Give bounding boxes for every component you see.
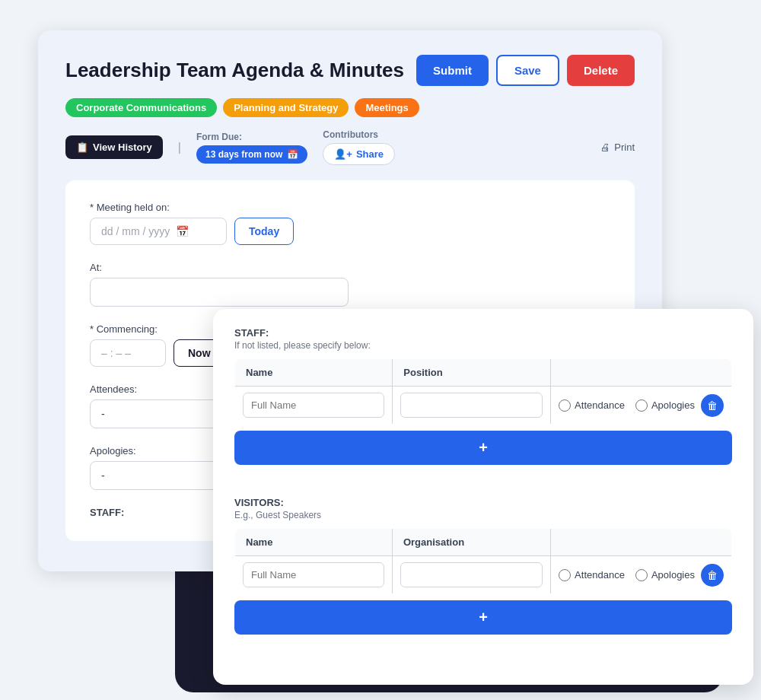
share-button[interactable]: 👤+ Share <box>323 143 395 165</box>
form-due-label: Form Due: <box>196 132 307 142</box>
tag-corporate-communications[interactable]: Corporate Communications <box>65 98 217 117</box>
visitor-attendance-radio[interactable] <box>559 569 571 581</box>
staff-col-actions <box>551 359 732 387</box>
staff-col-name: Name <box>235 359 393 387</box>
tag-meetings[interactable]: Meetings <box>355 98 419 117</box>
staff-table-subtitle: If not listed, please specify below: <box>234 340 732 351</box>
table-row: Attendance Apologies 🗑 <box>235 556 732 594</box>
at-label: At: <box>90 262 610 273</box>
visitor-radio-group: Attendance Apologies <box>559 569 695 581</box>
view-history-button[interactable]: 📋 View History <box>65 135 163 159</box>
meeting-held-input-row: dd / mm / yyyy 📅 Today <box>90 218 610 245</box>
visitors-table-group: VISITORS: E.g., Guest Speakers Name Orga… <box>234 497 732 650</box>
visitors-col-org: Organisation <box>392 529 550 556</box>
visitor-apologies-label[interactable]: Apologies <box>635 569 695 581</box>
visitor-delete-row-button[interactable]: 🗑 <box>701 564 724 587</box>
person-add-icon: 👤+ <box>334 148 352 160</box>
calendar-icon-small: 📅 <box>176 225 189 237</box>
submit-button[interactable]: Submit <box>416 55 489 86</box>
at-input[interactable] <box>90 278 349 307</box>
visitors-col-actions <box>551 529 732 556</box>
visitors-add-row-button[interactable]: + <box>234 600 732 635</box>
save-button[interactable]: Save <box>496 55 559 86</box>
visitor-org-input[interactable] <box>400 562 543 587</box>
header: Leadership Team Agenda & Minutes Submit … <box>65 55 635 86</box>
staff-position-cell <box>393 387 551 425</box>
visitors-col-name: Name <box>235 529 393 556</box>
at-field-group: At: <box>90 262 610 307</box>
clipboard-icon: 📋 <box>76 142 88 153</box>
staff-action-cell: Attendance Apologies 🗑 <box>551 387 732 425</box>
calendar-icon: 📅 <box>287 149 298 160</box>
staff-apologies-radio[interactable] <box>635 399 648 412</box>
date-input[interactable]: dd / mm / yyyy 📅 <box>90 218 227 245</box>
visitor-name-cell <box>235 556 393 594</box>
staff-position-input[interactable] <box>400 393 543 418</box>
contributors-section: Contributors 👤+ Share <box>323 129 395 165</box>
visitor-attendance-label[interactable]: Attendance <box>559 569 625 581</box>
staff-table-group: STAFF: If not listed, please specify bel… <box>234 327 732 480</box>
staff-delete-row-button[interactable]: 🗑 <box>701 394 724 417</box>
visitor-name-input[interactable] <box>243 562 384 587</box>
staff-attendance-label[interactable]: Attendance <box>559 399 625 412</box>
tags-row: Corporate Communications Planning and St… <box>65 98 635 117</box>
page-title: Leadership Team Agenda & Minutes <box>65 59 404 82</box>
staff-name-input[interactable] <box>243 393 384 418</box>
due-badge[interactable]: 13 days from now 📅 <box>196 145 307 164</box>
visitor-apologies-radio[interactable] <box>635 569 648 581</box>
staff-radio-group: Attendance Apologies <box>559 399 695 412</box>
page-wrapper: Leadership Team Agenda & Minutes Submit … <box>15 15 746 700</box>
form-due-section: Form Due: 13 days from now 📅 <box>196 132 307 164</box>
tag-planning-strategy[interactable]: Planning and Strategy <box>223 98 349 117</box>
staff-table: Name Position <box>234 358 732 425</box>
delete-button[interactable]: Delete <box>567 55 635 86</box>
meeting-held-label: * Meeting held on: <box>90 202 610 213</box>
print-button[interactable]: 🖨 Print <box>600 142 635 153</box>
staff-table-title: STAFF: <box>234 327 732 339</box>
staff-col-position: Position <box>393 359 551 387</box>
meeting-held-group: * Meeting held on: dd / mm / yyyy 📅 Toda… <box>90 202 610 245</box>
time-input[interactable]: – : – – <box>90 339 166 367</box>
overlap-panel: STAFF: If not listed, please specify bel… <box>213 309 753 685</box>
table-row: Attendance Apologies 🗑 <box>235 387 732 425</box>
visitors-table-subtitle: E.g., Guest Speakers <box>234 510 732 520</box>
visitors-table: Name Organisation <box>234 528 732 594</box>
contributors-label: Contributors <box>323 129 395 140</box>
visitor-action-cell: Attendance Apologies 🗑 <box>551 556 732 594</box>
print-icon: 🖨 <box>600 142 610 153</box>
today-button[interactable]: Today <box>234 218 294 245</box>
header-buttons: Submit Save Delete <box>416 55 635 86</box>
staff-name-cell <box>235 387 393 425</box>
staff-add-row-button[interactable]: + <box>234 431 732 465</box>
staff-apologies-label[interactable]: Apologies <box>635 399 695 412</box>
toolbar-separator: | <box>178 141 181 154</box>
visitor-org-cell <box>392 556 550 594</box>
visitors-table-title: VISITORS: <box>234 497 732 508</box>
staff-attendance-radio[interactable] <box>559 399 571 412</box>
toolbar-row: 📋 View History | Form Due: 13 days from … <box>65 129 635 165</box>
